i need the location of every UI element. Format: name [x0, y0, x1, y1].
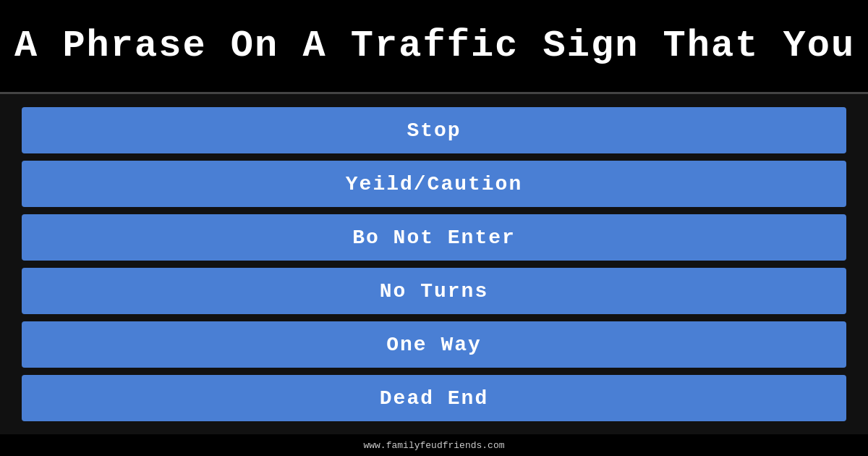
answer-row-4[interactable]: No Turns — [22, 268, 846, 314]
website-url: www.familyfeudfriends.com — [363, 440, 504, 451]
header: A Phrase On A Traffic Sign That You Coul… — [0, 0, 868, 94]
answer-text-3: Bo Not Enter — [352, 227, 516, 249]
answer-row-5[interactable]: One Way — [22, 321, 846, 368]
answer-row-1[interactable]: Stop — [22, 107, 846, 153]
answer-text-4: No Turns — [380, 280, 488, 303]
answer-text-1: Stop — [407, 119, 461, 142]
answer-row-6[interactable]: Dead End — [22, 375, 846, 421]
footer: www.familyfeudfriends.com — [0, 434, 868, 456]
question-title: A Phrase On A Traffic Sign That You Coul… — [14, 25, 868, 67]
answer-text-6: Dead End — [380, 387, 488, 410]
answer-text-5: One Way — [386, 334, 482, 356]
answer-row-3[interactable]: Bo Not Enter — [22, 214, 846, 261]
answers-container: StopYeild/CautionBo Not EnterNo TurnsOne… — [0, 94, 868, 434]
answer-row-2[interactable]: Yeild/Caution — [22, 161, 846, 207]
answer-text-2: Yeild/Caution — [346, 173, 522, 195]
